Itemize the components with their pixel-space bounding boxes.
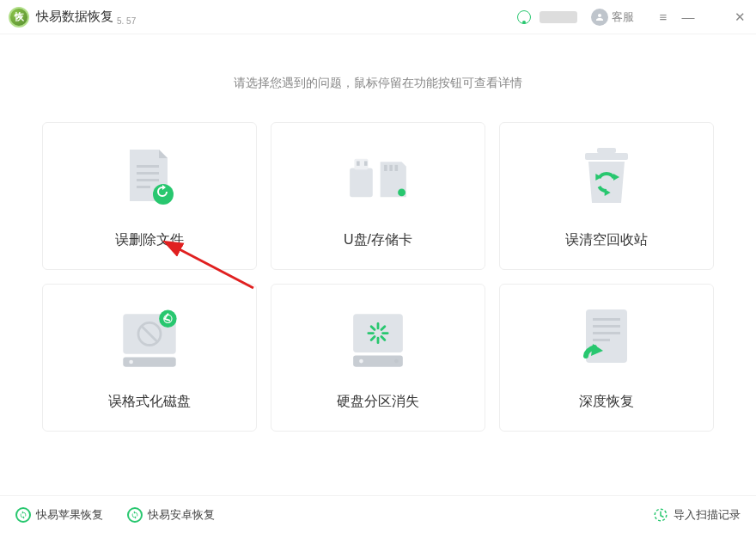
link-label: 导入扫描记录 [674,507,741,523]
link-label: 快易苹果恢复 [36,507,103,523]
card-label: 误删除文件 [115,231,184,249]
svg-point-23 [159,309,176,327]
instruction-text: 请选择您遇到的问题，鼠标停留在功能按钮可查看详情 [0,76,756,91]
user-icon [591,9,608,26]
app-title: 快易数据恢复 [36,9,113,25]
card-label: U盘/存储卡 [344,231,412,249]
svg-rect-2 [137,179,159,181]
card-deleted-file[interactable]: 误删除文件 [42,122,257,270]
card-label: 误格式化磁盘 [108,393,191,411]
disk-format-icon [115,305,184,374]
svg-point-35 [359,358,363,363]
svg-rect-3 [137,186,150,188]
card-label: 误清空回收站 [565,231,648,249]
maximize-button[interactable] [706,9,722,25]
menu-button[interactable]: ≡ [655,9,670,25]
status-pill [540,11,577,23]
card-formatted-disk[interactable]: 误格式化磁盘 [42,284,257,432]
svg-point-36 [394,358,399,363]
svg-rect-13 [597,148,616,153]
svg-rect-7 [357,161,360,165]
card-label: 硬盘分区消失 [337,393,419,411]
svg-rect-40 [593,332,620,334]
card-recycle-bin[interactable]: 误清空回收站 [499,122,714,270]
bottombar: 快易苹果恢复 快易安卓恢复 导入扫描记录 [0,495,756,533]
svg-rect-8 [364,161,368,165]
customer-service-button[interactable]: 客服 [591,9,634,26]
svg-point-12 [398,188,405,196]
link-import-scan[interactable]: 导入扫描记录 [653,507,741,523]
options-grid: 误删除文件 U盘/存储卡 [0,122,756,432]
recycle-bin-icon [572,144,641,212]
card-deep-recovery[interactable]: 深度恢复 [499,284,714,432]
import-icon [653,507,668,523]
svg-rect-10 [389,164,393,170]
customer-service-label: 客服 [612,9,634,25]
deep-scan-icon [572,305,641,374]
svg-rect-38 [593,318,620,321]
link-android-recovery[interactable]: 快易安卓恢复 [127,507,215,523]
svg-rect-5 [350,168,373,197]
svg-rect-11 [395,164,399,170]
link-label: 快易安卓恢复 [148,507,215,523]
refresh-icon [15,507,31,523]
svg-rect-25 [353,314,403,352]
card-lost-partition[interactable]: 硬盘分区消失 [271,284,485,432]
svg-rect-0 [137,165,159,168]
usb-sdcard-icon [344,144,412,212]
link-apple-recovery[interactable]: 快易苹果恢复 [15,507,103,523]
svg-point-22 [129,359,133,364]
app-version: 5. 57 [117,16,136,26]
svg-rect-14 [585,153,628,160]
refresh-icon [127,507,143,523]
titlebar-right: 客服 ≡ — ✕ [517,9,747,26]
close-button[interactable]: ✕ [732,9,747,25]
svg-rect-39 [593,325,620,328]
app-logo-icon: 恢 [9,7,29,28]
svg-rect-41 [593,339,610,341]
card-usb-sdcard[interactable]: U盘/存储卡 [271,122,485,270]
hdd-partition-icon [344,305,412,374]
file-undo-icon [115,144,184,212]
minimize-button[interactable]: — [680,9,696,25]
titlebar: 恢 快易数据恢复 5. 57 客服 ≡ — ✕ [0,0,756,34]
notification-icon[interactable] [517,10,531,24]
svg-rect-9 [384,164,387,170]
card-label: 深度恢复 [579,393,634,411]
svg-rect-1 [137,172,159,175]
